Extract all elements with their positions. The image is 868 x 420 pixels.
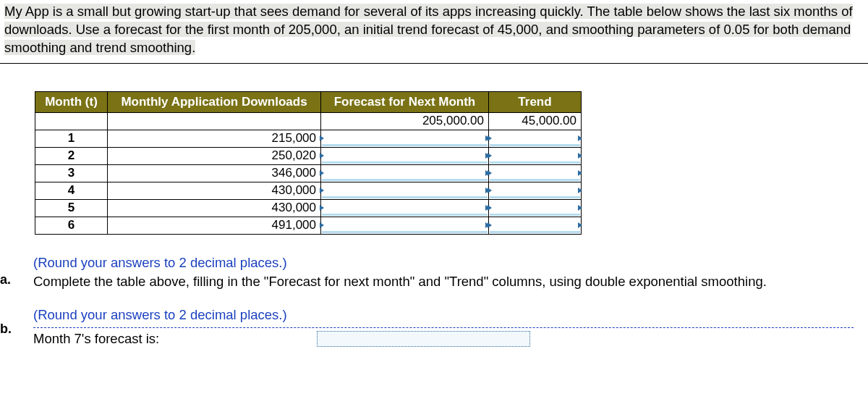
round-instruction: (Round your answers to 2 decimal places.… bbox=[33, 306, 854, 324]
month7-forecast-input[interactable] bbox=[317, 331, 530, 347]
initial-trend: 45,000.00 bbox=[489, 112, 582, 130]
table-row: 2 250,020 bbox=[35, 147, 582, 164]
header-downloads: Monthly Application Downloads bbox=[108, 91, 321, 112]
round-instruction: (Round your answers to 2 decimal places.… bbox=[33, 253, 854, 272]
question-b-label: b. bbox=[0, 306, 26, 337]
question-a-label: a. bbox=[0, 253, 26, 287]
forecast-input[interactable] bbox=[321, 130, 489, 147]
problem-statement: My App is a small but growing start-up t… bbox=[0, 0, 868, 64]
forecast-input[interactable] bbox=[321, 182, 489, 199]
initial-forecast: 205,000.00 bbox=[321, 112, 489, 130]
downloads-table: Month (t) Monthly Application Downloads … bbox=[35, 91, 582, 235]
forecast-input[interactable] bbox=[321, 217, 489, 234]
data-table-wrap: Month (t) Monthly Application Downloads … bbox=[0, 64, 868, 235]
header-trend: Trend bbox=[489, 91, 582, 112]
trend-input[interactable] bbox=[489, 182, 582, 199]
table-header-row: Month (t) Monthly Application Downloads … bbox=[35, 91, 582, 112]
table-row: 4 430,000 bbox=[35, 182, 582, 199]
header-month: Month (t) bbox=[35, 91, 108, 112]
trend-input[interactable] bbox=[489, 199, 582, 217]
question-a-text: Complete the table above, filling in the… bbox=[33, 272, 854, 291]
forecast-input[interactable] bbox=[321, 164, 489, 182]
header-forecast: Forecast for Next Month bbox=[321, 91, 489, 112]
trend-input[interactable] bbox=[489, 217, 582, 234]
table-row: 1 215,000 bbox=[35, 130, 582, 147]
forecast-input[interactable] bbox=[321, 199, 489, 217]
table-row: 3 346,000 bbox=[35, 164, 582, 182]
table-row: 6 491,000 bbox=[35, 217, 582, 234]
trend-input[interactable] bbox=[489, 164, 582, 182]
table-row: 5 430,000 bbox=[35, 199, 582, 217]
trend-input[interactable] bbox=[489, 147, 582, 164]
table-row-initial: 205,000.00 45,000.00 bbox=[35, 112, 582, 130]
forecast-input[interactable] bbox=[321, 147, 489, 164]
question-b-text: Month 7's forecast is: bbox=[33, 329, 308, 348]
trend-input[interactable] bbox=[489, 130, 582, 147]
